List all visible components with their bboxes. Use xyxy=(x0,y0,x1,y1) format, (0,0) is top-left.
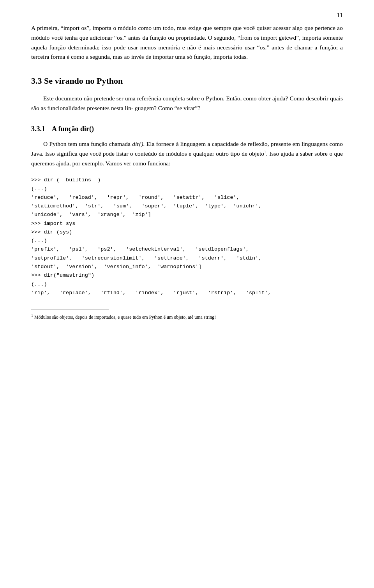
section-33-number: 3.3 xyxy=(31,76,42,86)
code-block: >>> dir (__builtins__) (...) 'reduce', '… xyxy=(31,176,343,297)
section-331-title: A função dir() xyxy=(52,125,94,133)
footnote-divider xyxy=(31,309,109,309)
section-33-heading: 3.3 Se virando no Python xyxy=(31,76,343,86)
footnote-number-1: 1 xyxy=(31,313,33,318)
page-number: 11 xyxy=(337,12,343,19)
footnote-1: 1 Módulos são objetos, depois de importa… xyxy=(31,312,343,321)
section-331-heading: 3.3.1 A função dir() xyxy=(31,125,343,133)
section-331-number: 3.3.1 xyxy=(31,125,45,133)
dir-function-name: dir(). xyxy=(132,140,145,147)
paragraph-1: A primeira, “import os”, importa o módul… xyxy=(31,23,343,62)
paragraph-2: Este documento não pretende ser uma refe… xyxy=(31,94,343,113)
section-33-title: Se virando no Python xyxy=(44,76,123,86)
page: 11 A primeira, “import os”, importa o mó… xyxy=(0,0,374,588)
paragraph-3: O Python tem uma função chamada dir(). E… xyxy=(31,139,343,169)
footnote-ref-1: 1 xyxy=(264,150,266,154)
footnote-text-1: Módulos são objetos, depois de importado… xyxy=(34,314,216,320)
